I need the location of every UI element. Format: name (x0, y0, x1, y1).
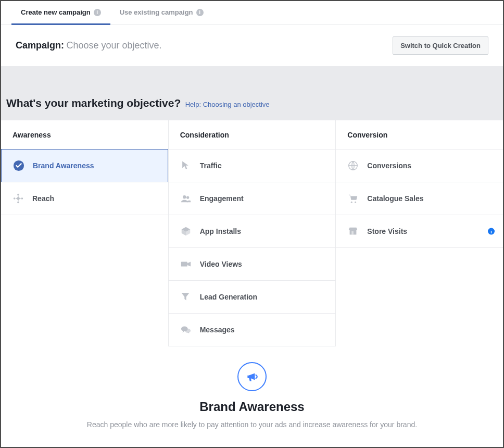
objective-lead-generation[interactable]: Lead Generation (169, 280, 336, 314)
svg-point-3 (21, 197, 23, 200)
objective-columns: Awareness Brand Awareness Reach Consider… (1, 120, 503, 346)
objective-label: Conversions (367, 161, 411, 170)
objective-video-views[interactable]: Video Views (169, 247, 336, 281)
svg-rect-15 (352, 231, 354, 234)
campaign-header: Campaign: Choose your objective. Switch … (1, 25, 503, 67)
objective-label: Reach (32, 194, 54, 203)
objective-label: Engagement (200, 194, 244, 203)
svg-point-7 (186, 196, 189, 199)
objective-store-visits[interactable]: Store Visits i (336, 215, 503, 248)
reach-icon (12, 193, 24, 204)
box-icon (180, 226, 192, 237)
campaign-tabs: Create new campaign i Use existing campa… (1, 1, 503, 25)
svg-point-10 (185, 329, 191, 333)
cursor-icon (180, 160, 192, 171)
objective-label: Video Views (200, 260, 242, 268)
column-title: Awareness (1, 120, 168, 150)
objective-label: Messages (200, 326, 235, 334)
svg-point-4 (17, 194, 19, 196)
svg-point-5 (17, 202, 19, 204)
detail-description: Reach people who are more likely to pay … (64, 419, 440, 430)
objective-traffic[interactable]: Traffic (169, 149, 336, 182)
objective-help-link[interactable]: Help: Choosing an objective (185, 101, 270, 108)
column-awareness: Awareness Brand Awareness Reach (1, 120, 168, 346)
megaphone-icon (237, 362, 267, 391)
tab-use-existing-campaign[interactable]: Use existing campaign i (110, 1, 213, 25)
tab-label: Create new campaign (21, 8, 91, 16)
funnel-icon (180, 291, 192, 303)
objective-engagement[interactable]: Engagement (169, 182, 336, 215)
tab-create-new-campaign[interactable]: Create new campaign i (11, 1, 110, 25)
objective-label: App Installs (200, 227, 241, 235)
svg-point-2 (14, 197, 16, 200)
objective-brand-awareness[interactable]: Brand Awareness (1, 149, 168, 182)
detail-title: Brand Awareness (64, 400, 440, 414)
campaign-sub: Choose your objective. (66, 40, 161, 51)
objective-band: What's your marketing objective? Help: C… (1, 67, 503, 120)
objective-messages[interactable]: Messages (169, 313, 336, 346)
column-title: Consideration (169, 120, 336, 150)
objective-conversions[interactable]: Conversions (336, 149, 503, 182)
check-circle-icon (13, 160, 24, 171)
messages-icon (180, 324, 192, 335)
store-icon (347, 226, 359, 237)
cart-icon (347, 193, 359, 204)
info-icon[interactable]: i (94, 9, 101, 16)
column-title: Conversion (336, 120, 503, 150)
objective-app-installs[interactable]: App Installs (169, 215, 336, 248)
svg-point-13 (355, 202, 356, 203)
column-consideration: Consideration Traffic Engagement App Ins… (168, 120, 336, 346)
campaign-label: Campaign: (16, 40, 64, 51)
objective-label: Traffic (200, 161, 222, 170)
objective-label: Catalogue Sales (367, 194, 423, 203)
switch-quick-creation-button[interactable]: Switch to Quick Creation (393, 36, 488, 55)
info-icon[interactable]: i (196, 9, 204, 16)
video-icon (180, 258, 192, 270)
objective-label: Store Visits (367, 227, 407, 235)
info-icon[interactable]: i (488, 228, 495, 235)
objective-detail: Brand Awareness Reach people who are mor… (1, 346, 503, 440)
objective-catalogue-sales[interactable]: Catalogue Sales (336, 182, 503, 215)
tab-label: Use existing campaign (120, 8, 193, 16)
people-icon (180, 193, 192, 204)
objective-heading: What's your marketing objective? (6, 97, 181, 109)
objective-label: Brand Awareness (33, 161, 94, 170)
svg-rect-8 (181, 262, 187, 266)
svg-point-6 (183, 195, 186, 198)
column-conversion: Conversion Conversions Catalogue Sales S… (335, 120, 503, 346)
objective-reach[interactable]: Reach (1, 182, 168, 215)
globe-icon (347, 160, 359, 171)
objective-label: Lead Generation (200, 293, 257, 301)
svg-point-12 (351, 202, 352, 203)
